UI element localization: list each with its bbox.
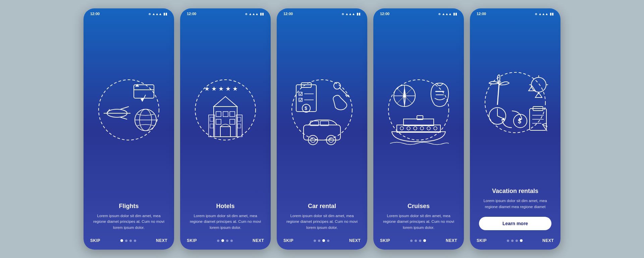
svg-line-8 <box>107 109 110 113</box>
hotels-body: Lorem ipsum dolor sit dim amet, mea regi… <box>187 213 264 231</box>
dot-2cr <box>415 240 417 242</box>
hotels-next-btn[interactable]: NEXT <box>253 238 264 243</box>
hotels-skip-btn[interactable]: SKIP <box>187 238 197 243</box>
svg-point-30 <box>292 80 352 140</box>
vacation-text-area: Vacation rentals Lorem ipsum dolor sit d… <box>470 188 560 213</box>
svg-line-85 <box>497 116 503 119</box>
cruises-body: Lorem ipsum dolor sit dim amet, mea regi… <box>380 213 457 231</box>
vacation-illustration: $ <box>470 17 560 188</box>
vacation-next-btn[interactable]: NEXT <box>542 238 554 243</box>
dot-3v <box>516 240 518 242</box>
svg-rect-26 <box>210 124 213 128</box>
dot-2c <box>318 240 320 242</box>
dot-3c <box>322 239 325 242</box>
cruises-dots <box>410 239 426 242</box>
dot-1c <box>314 240 316 242</box>
svg-rect-21 <box>230 112 235 117</box>
dot-3cr <box>419 240 421 242</box>
hotels-text-area: Hotels Lorem ipsum dolor sit dim amet, m… <box>180 203 271 234</box>
battery-icon-2: ▮▮ <box>260 12 264 16</box>
dot-1h <box>217 240 219 242</box>
hotels-footer: SKIP NEXT <box>180 234 271 250</box>
svg-rect-1 <box>134 85 154 98</box>
status-icons-vacation: ⌾ ▲▲▲ ▮▮ <box>535 12 554 16</box>
status-icons-flights: ⌾ ▲▲▲ ▮▮ <box>149 12 167 16</box>
car-text-area: Car rental Lorem ipsum dolor sit dim ame… <box>277 203 367 234</box>
status-bar-vacation: 12:00 ⌾ ▲▲▲ ▮▮ <box>470 8 560 17</box>
flights-body: Lorem ipsum dolor sit dim amet, mea regi… <box>90 213 167 231</box>
screens-container: 12:00 ⌾ ▲▲▲ ▮▮ <box>84 8 560 250</box>
battery-icon-5: ▮▮ <box>550 12 554 16</box>
dot-4h <box>230 240 233 242</box>
wifi-icon: ⌾ <box>149 12 151 16</box>
status-icons-cruises: ⌾ ▲▲▲ ▮▮ <box>438 12 457 16</box>
dot-2 <box>125 240 127 242</box>
dot-4v <box>520 239 523 242</box>
svg-point-76 <box>531 77 546 92</box>
status-bar-flights: 12:00 ⌾ ▲▲▲ ▮▮ <box>84 8 174 17</box>
svg-line-39 <box>301 99 302 101</box>
cruises-footer: SKIP NEXT <box>373 234 464 250</box>
svg-rect-20 <box>223 112 228 117</box>
svg-point-70 <box>427 127 430 130</box>
svg-marker-17 <box>214 96 237 107</box>
car-skip-btn[interactable]: SKIP <box>283 238 293 243</box>
svg-rect-18 <box>220 127 230 137</box>
wifi-icon-4: ⌾ <box>438 12 440 16</box>
svg-text:$: $ <box>518 118 521 125</box>
flights-dots <box>120 239 136 242</box>
svg-line-6 <box>120 107 129 109</box>
svg-text:$: $ <box>305 106 307 111</box>
screen-flights: 12:00 ⌾ ▲▲▲ ▮▮ <box>84 8 174 250</box>
dot-3 <box>129 240 132 242</box>
car-illustration: $ <box>277 17 367 203</box>
cruises-title: Cruises <box>380 203 457 210</box>
dot-2v <box>511 240 514 242</box>
cruises-next-btn[interactable]: NEXT <box>446 238 457 243</box>
svg-rect-25 <box>210 117 213 121</box>
time-cruises: 12:00 <box>380 12 389 16</box>
svg-rect-22 <box>216 119 221 124</box>
svg-text:★ ★ ★ ★ ★: ★ ★ ★ ★ ★ <box>204 85 238 92</box>
flights-skip-btn[interactable]: SKIP <box>90 238 100 243</box>
flights-next-btn[interactable]: NEXT <box>156 238 167 243</box>
signal-icon-2: ▲▲▲ <box>249 12 259 16</box>
hotels-illustration: ★ ★ ★ ★ ★ <box>180 17 271 203</box>
svg-point-67 <box>407 127 410 130</box>
cruises-skip-btn[interactable]: SKIP <box>380 238 390 243</box>
status-icons-hotels: ⌾ ▲▲▲ ▮▮ <box>245 12 264 16</box>
svg-point-62 <box>403 94 406 97</box>
hotels-dots <box>217 239 233 242</box>
flights-text-area: Flights Lorem ipsum dolor sit dim amet, … <box>84 203 174 234</box>
vacation-skip-btn[interactable]: SKIP <box>477 238 487 243</box>
car-dots <box>314 239 329 242</box>
svg-point-69 <box>420 127 424 130</box>
status-icons-car: ⌾ ▲▲▲ ▮▮ <box>342 12 361 16</box>
svg-rect-28 <box>237 117 241 121</box>
vacation-footer: SKIP NEXT <box>470 234 560 250</box>
svg-point-66 <box>400 127 404 130</box>
screen-car-rental: 12:00 ⌾ ▲▲▲ ▮▮ <box>277 8 367 250</box>
status-bar-hotels: 12:00 ⌾ ▲▲▲ ▮▮ <box>180 8 271 17</box>
signal-icon-5: ▲▲▲ <box>538 12 548 16</box>
cruises-text-area: Cruises Lorem ipsum dolor sit dim amet, … <box>373 203 464 234</box>
svg-rect-16 <box>214 107 237 137</box>
vacation-body: Lorem ipsum dolor sit dim amet, mea regi… <box>477 198 554 210</box>
time-flights: 12:00 <box>90 12 100 16</box>
learn-more-button[interactable]: Learn more <box>479 217 551 230</box>
svg-line-7 <box>120 117 127 119</box>
car-next-btn[interactable]: NEXT <box>349 238 361 243</box>
time-car: 12:00 <box>283 12 293 16</box>
vacation-title: Vacation rentals <box>477 188 554 195</box>
svg-point-43 <box>334 82 340 89</box>
svg-line-73 <box>497 83 499 105</box>
svg-rect-29 <box>237 124 241 128</box>
vacation-dots <box>507 239 523 242</box>
hotels-title: Hotels <box>187 203 264 210</box>
wifi-icon-3: ⌾ <box>342 12 344 16</box>
dot-4c <box>327 240 329 242</box>
svg-rect-19 <box>216 112 221 117</box>
signal-icon-4: ▲▲▲ <box>442 12 452 16</box>
svg-point-75 <box>498 82 500 83</box>
time-hotels: 12:00 <box>187 12 196 16</box>
